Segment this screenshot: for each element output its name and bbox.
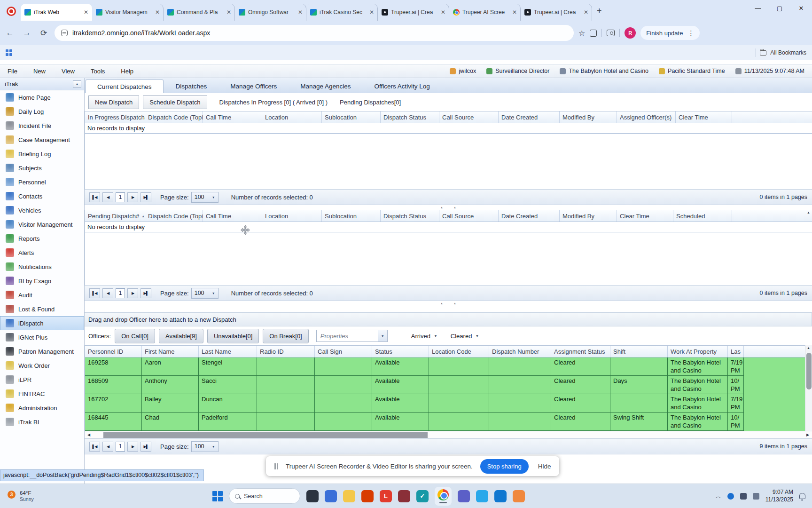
tab-close-icon[interactable]: ✕ xyxy=(84,9,88,16)
finish-update-button[interactable]: Finish update ⋮ xyxy=(640,26,700,40)
column-header-modified-by[interactable]: Modified By xyxy=(560,111,617,123)
properties-combobox[interactable]: Properties ▼ xyxy=(316,330,388,342)
column-header-location[interactable]: Location xyxy=(262,111,322,123)
tab-close-icon[interactable]: ✕ xyxy=(226,9,231,16)
first-page-button[interactable]: ▌◀ xyxy=(89,192,100,202)
officer-row[interactable]: 169258AaronStengelAvailableClearedThe Ba… xyxy=(85,357,812,376)
column-header-las[interactable]: Las xyxy=(728,346,744,357)
column-header-modified-by[interactable]: Modified By xyxy=(560,210,617,222)
scroll-left-icon[interactable]: ◀ xyxy=(85,433,93,437)
sidebar-item-subjects[interactable]: Subjects xyxy=(0,161,84,175)
column-header-date-created[interactable]: Date Created xyxy=(499,210,560,222)
column-header-sublocation[interactable]: Sublocation xyxy=(322,210,381,222)
page-size-select[interactable]: 100▼ xyxy=(191,192,219,203)
current-page-box[interactable]: 1 xyxy=(116,288,125,298)
column-header-assigned-officer-s[interactable]: Assigned Officer(s) xyxy=(617,111,676,123)
menu-tools[interactable]: Tools xyxy=(91,68,105,75)
site-info-icon[interactable] xyxy=(61,30,68,36)
sidebar-item-daily-log[interactable]: Daily Log xyxy=(0,104,84,119)
taskbar-clock[interactable]: 9:07 AM 11/13/2025 xyxy=(765,489,793,503)
sidebar-item-home-page[interactable]: Home Page xyxy=(0,90,84,104)
menu-new[interactable]: New xyxy=(33,68,46,75)
start-button[interactable] xyxy=(212,491,223,501)
prev-page-button[interactable]: ◀ xyxy=(102,288,113,298)
column-header-date-created[interactable]: Date Created xyxy=(499,111,560,123)
sidebar-item-reports[interactable]: Reports xyxy=(0,231,84,246)
browser-tab-trupeer-ai-crea[interactable]: Trupeer.ai | Crea✕ xyxy=(378,4,449,21)
sidebar-item-lost-found[interactable]: Lost & Found xyxy=(0,302,84,316)
stop-sharing-button[interactable]: Stop sharing xyxy=(480,459,529,474)
sidebar-item-vehicles[interactable]: Vehicles xyxy=(0,203,84,217)
first-page-button[interactable]: ▌◀ xyxy=(89,442,100,452)
side-search-icon[interactable] xyxy=(607,30,615,36)
column-header-location-code[interactable]: Location Code xyxy=(429,346,489,357)
new-tab-button[interactable]: + xyxy=(597,6,602,16)
new-dispatch-button[interactable]: New Dispatch xyxy=(88,95,139,109)
tab-current-dispatches[interactable]: Current Dispatches xyxy=(86,79,164,93)
arrived-dropdown[interactable]: Arrived▼ xyxy=(411,333,437,340)
tray-expand-icon[interactable]: ︿ xyxy=(716,492,721,500)
address-bar[interactable]: itrakdemo2.omnigo.one/iTrak/WorkLoader.a… xyxy=(55,25,574,41)
tab-officers-activity-log[interactable]: Officers Activity Log xyxy=(363,79,441,93)
officer-filter-on-call-0[interactable]: On Call[0] xyxy=(115,329,155,343)
menu-view[interactable]: View xyxy=(62,68,75,75)
vertical-scrollbar[interactable]: ▲ xyxy=(805,345,812,431)
column-header-call-source[interactable]: Call Source xyxy=(439,111,499,123)
apps-grid-icon[interactable] xyxy=(6,49,12,56)
scroll-up-icon[interactable]: ▲ xyxy=(807,346,810,349)
tab-close-icon[interactable]: ✕ xyxy=(441,9,445,16)
taskbar-app-chrome[interactable] xyxy=(435,487,452,506)
taskbar-app-app-teal-check[interactable]: ✓ xyxy=(416,490,429,502)
window-minimize-button[interactable]: — xyxy=(747,0,769,16)
horizontal-scrollbar[interactable]: ◀ ▶ xyxy=(85,431,812,438)
tab-close-icon[interactable]: ✕ xyxy=(369,9,374,16)
tab-close-icon[interactable]: ✕ xyxy=(298,9,303,16)
tab-close-icon[interactable]: ✕ xyxy=(584,9,588,16)
reload-icon[interactable]: ⟳ xyxy=(38,28,50,38)
extensions-icon[interactable] xyxy=(590,30,597,37)
window-close-button[interactable]: ✕ xyxy=(790,0,812,16)
scroll-right-icon[interactable]: ▶ xyxy=(804,433,812,437)
dragdrop-target[interactable]: Drag and drop Officer here to attach to … xyxy=(85,312,812,326)
chevron-down-icon[interactable]: ▼ xyxy=(378,330,387,341)
back-icon[interactable]: ← xyxy=(4,28,16,38)
sidebar-item-alerts[interactable]: Alerts xyxy=(0,246,84,260)
officer-filter-available-9[interactable]: Available[9] xyxy=(159,329,203,343)
column-header-dispatch-status[interactable]: Dispatch Status xyxy=(381,210,439,222)
browser-tab-trupeer-ai-crea[interactable]: Trupeer.ai | Crea✕ xyxy=(521,4,592,21)
column-header-sublocation[interactable]: Sublocation xyxy=(322,111,381,123)
next-page-button[interactable]: ▶ xyxy=(127,442,138,452)
scrollbar-thumb[interactable] xyxy=(806,353,812,389)
tray-language-icon[interactable] xyxy=(753,493,759,500)
officer-filter-unavailable-0[interactable]: Unavailable[0] xyxy=(207,329,259,343)
sidebar-item-patron-management[interactable]: Patron Management xyxy=(0,344,84,358)
last-page-button[interactable]: ▶▌ xyxy=(141,192,151,202)
browser-tab-itrak-casino-sec[interactable]: iTrak Casino Sec✕ xyxy=(306,4,378,21)
sidebar-item-ilpr[interactable]: iLPR xyxy=(0,373,84,387)
tab-manage-officers[interactable]: Manage Officers xyxy=(219,79,288,93)
sidebar-item-itrak-bi[interactable]: iTrak BI xyxy=(0,415,84,429)
scroll-up-icon[interactable]: ▲ xyxy=(807,211,810,214)
notification-bell-icon[interactable] xyxy=(799,493,805,499)
current-page-box[interactable]: 1 xyxy=(116,192,125,202)
column-header-clear-time[interactable]: Clear Time xyxy=(617,210,673,222)
browser-tab-itrak-web[interactable]: iTrak Web✕ xyxy=(21,4,92,21)
column-header-call-time[interactable]: Call Time xyxy=(203,111,262,123)
taskbar-app-app-red[interactable]: L xyxy=(380,490,392,502)
sidebar-item-audit[interactable]: Audit xyxy=(0,288,84,302)
column-header-dispatch-code-topic[interactable]: Dispatch Code (Topic) xyxy=(145,111,203,123)
column-header-dispatch-code-topic[interactable]: Dispatch Code (Topic) xyxy=(145,210,203,222)
hide-sharing-button[interactable]: Hide xyxy=(538,463,551,470)
sidebar-item-case-management[interactable]: Case Management xyxy=(0,133,84,147)
sidebar-item-fintrac[interactable]: FINTRAC xyxy=(0,387,84,401)
column-header-radio-id[interactable]: Radio ID xyxy=(257,346,315,357)
taskbar-app-office[interactable] xyxy=(361,490,374,502)
officer-row[interactable]: 167702BaileyDuncanAvailableClearedThe Ba… xyxy=(85,394,812,413)
tab-close-icon[interactable]: ✕ xyxy=(155,9,160,16)
page-size-select[interactable]: 100▼ xyxy=(191,441,219,452)
tab-close-icon[interactable]: ✕ xyxy=(512,9,517,16)
taskbar-app-file-explorer[interactable] xyxy=(343,490,355,502)
tray-network-icon[interactable] xyxy=(727,493,734,500)
column-header-call-source[interactable]: Call Source xyxy=(439,210,499,222)
taskbar-app-app-blue[interactable] xyxy=(325,490,337,502)
